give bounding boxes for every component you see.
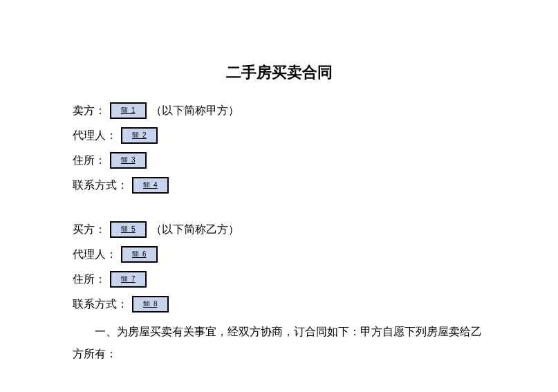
seller-address-row: 住所： fill_3	[73, 152, 485, 169]
buyer-agent-row: 代理人： fill_6	[73, 246, 485, 263]
buyer-contact-field[interactable]: fill_8	[132, 296, 169, 312]
section-gap	[73, 202, 485, 221]
buyer-name-row: 买方： fill_5 （以下简称乙方）	[73, 221, 485, 238]
buyer-address-field[interactable]: fill_7	[110, 271, 147, 288]
buyer-contact-label: 联系方式：	[73, 296, 128, 312]
seller-name-field[interactable]: fill_1	[110, 102, 147, 119]
fill-placeholder: fill_6	[132, 246, 147, 263]
buyer-address-row: 住所： fill_7	[73, 271, 485, 288]
seller-name-label: 卖方：	[73, 102, 106, 119]
document-page: 二手房买卖合同 卖方： fill_1 （以下简称甲方） 代理人： fill_2 …	[0, 0, 558, 365]
fill-placeholder: fill_2	[132, 127, 147, 144]
seller-contact-label: 联系方式：	[73, 177, 128, 194]
seller-contact-row: 联系方式： fill_4	[73, 177, 485, 194]
document-title: 二手房买卖合同	[73, 62, 485, 83]
clause-1: 一、为房屋买卖有关事宜，经双方协商，订合同如下：甲方自愿下列房屋卖给乙方所有：	[73, 321, 485, 365]
fill-placeholder: fill_3	[121, 152, 136, 169]
fill-placeholder: fill_5	[121, 221, 136, 238]
seller-agent-label: 代理人：	[73, 127, 117, 144]
seller-agent-field[interactable]: fill_2	[121, 127, 158, 144]
fill-placeholder: fill_1	[121, 102, 136, 119]
buyer-address-label: 住所：	[73, 271, 106, 288]
seller-name-row: 卖方： fill_1 （以下简称甲方）	[73, 102, 485, 119]
fill-placeholder: fill_4	[143, 177, 158, 194]
fill-placeholder: fill_7	[121, 271, 136, 288]
seller-address-field[interactable]: fill_3	[110, 152, 147, 169]
buyer-name-suffix: （以下简称乙方）	[151, 221, 239, 238]
buyer-name-field[interactable]: fill_5	[110, 221, 147, 238]
seller-contact-field[interactable]: fill_4	[132, 177, 169, 194]
fill-placeholder: fill_8	[143, 296, 158, 312]
buyer-name-label: 买方：	[73, 221, 106, 238]
buyer-agent-field[interactable]: fill_6	[121, 246, 158, 263]
seller-address-label: 住所：	[73, 152, 106, 169]
buyer-contact-row: 联系方式： fill_8	[73, 296, 485, 312]
buyer-agent-label: 代理人：	[73, 246, 117, 263]
seller-agent-row: 代理人： fill_2	[73, 127, 485, 144]
seller-name-suffix: （以下简称甲方）	[151, 102, 239, 119]
